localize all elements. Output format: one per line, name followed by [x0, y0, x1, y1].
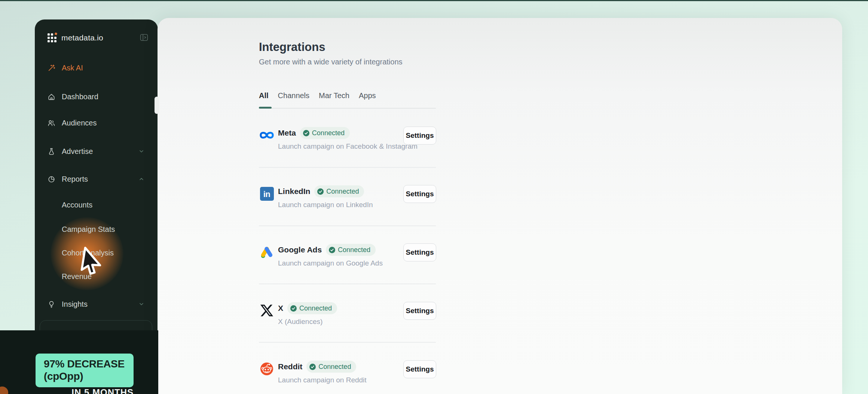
settings-button[interactable]: Settings	[403, 185, 436, 203]
sidebar-item-campaign-stats[interactable]: Campaign Stats	[35, 221, 158, 237]
check-circle-icon	[317, 188, 324, 195]
users-icon	[48, 119, 55, 127]
integration-description: Launch campaign on LinkedIn	[278, 201, 373, 209]
integration-name: Reddit	[278, 362, 302, 371]
sidebar-item-advertise[interactable]: Advertise	[35, 143, 158, 160]
wand-icon	[48, 64, 55, 72]
tab-all[interactable]: All	[259, 91, 269, 100]
home-icon	[48, 93, 55, 101]
tab-apps[interactable]: Apps	[359, 91, 376, 100]
status-label: Connected	[299, 304, 332, 312]
integration-name-row: Meta Connected	[278, 127, 350, 139]
settings-button[interactable]: Settings	[403, 243, 436, 261]
integration-description: Launch campaign on Facebook & Instagram	[278, 142, 418, 151]
settings-button[interactable]: Settings	[403, 127, 436, 145]
status-label: Connected	[318, 363, 351, 371]
cursor-pointer	[76, 246, 107, 277]
chevron-down-icon	[138, 148, 144, 154]
grid-logo-icon	[48, 33, 56, 42]
integration-name: LinkedIn	[278, 187, 310, 196]
app-logo-text: metadata.io	[61, 33, 103, 42]
check-circle-icon	[309, 364, 316, 370]
sidebar-item-accounts[interactable]: Accounts	[35, 197, 158, 213]
sidebar-item-label: Ask AI	[62, 64, 83, 72]
integration-name-row: Reddit Connected	[278, 360, 356, 373]
sidebar-item-reports[interactable]: Reports	[35, 171, 158, 187]
status-badge: Connected	[306, 361, 356, 373]
row-divider	[259, 225, 436, 226]
status-label: Connected	[338, 246, 370, 254]
integration-description: X (Audiences)	[278, 318, 323, 326]
sidebar-item-label: Dashboard	[62, 93, 98, 101]
integration-name-row: X Connected	[278, 302, 337, 315]
integration-row-google-ads: Google Ads Connected Launch campaign on …	[259, 243, 436, 279]
google-ads-logo	[259, 244, 275, 260]
row-divider	[259, 342, 436, 343]
status-badge: Connected	[287, 302, 337, 314]
panel-handle[interactable]	[155, 97, 159, 114]
sidebar-item-label: Campaign Stats	[62, 225, 115, 234]
sidebar-item-audiences[interactable]: Audiences	[35, 115, 158, 131]
sidebar-item-label: Insights	[62, 300, 88, 309]
integration-row-meta: Meta Connected Launch campaign on Facebo…	[259, 127, 436, 163]
settings-button[interactable]: Settings	[403, 302, 436, 320]
sidebar-item-dashboard[interactable]: Dashboard	[35, 88, 158, 105]
sidebar-item-label: Advertise	[62, 147, 93, 156]
status-badge: Connected	[314, 185, 364, 197]
sidebar-item-label: Accounts	[62, 201, 92, 209]
flask-icon	[48, 148, 55, 155]
meta-logo	[259, 127, 275, 143]
row-divider	[259, 167, 436, 168]
sidebar-item-label: Audiences	[62, 119, 97, 127]
logo-row: metadata.io	[48, 32, 148, 43]
sidebar-item-insights[interactable]: Insights	[35, 296, 158, 312]
check-circle-icon	[303, 130, 309, 136]
status-label: Connected	[326, 188, 359, 196]
sidebar-item-ask-ai[interactable]: Ask AI	[35, 60, 158, 76]
integration-description: Launch campaign on Google Ads	[278, 259, 383, 267]
integration-name: Meta	[278, 128, 296, 137]
x-logo	[259, 303, 275, 318]
tab-underline-track	[259, 108, 436, 109]
tab-channels[interactable]: Channels	[278, 91, 310, 100]
integration-name-row: LinkedIn Connected	[278, 185, 364, 198]
tab-bar: All Channels Mar Tech Apps	[259, 91, 376, 100]
settings-button[interactable]: Settings	[403, 360, 436, 378]
sidebar-item-label: Reports	[62, 175, 88, 184]
integration-name: Google Ads	[278, 245, 322, 254]
promo-stat-line2: (cpOpp)	[44, 370, 130, 382]
integration-row-linkedin: in LinkedIn Connected Launch campaign on…	[259, 185, 436, 221]
status-badge: Connected	[326, 244, 376, 256]
integration-name-row: Google Ads Connected	[278, 243, 376, 256]
check-circle-icon	[290, 305, 297, 312]
integration-row-reddit: Reddit Connected Launch campaign on Redd…	[259, 360, 436, 394]
status-badge: Connected	[300, 127, 350, 139]
page-title: Integrations	[259, 40, 325, 54]
panel-collapse-icon[interactable]	[140, 33, 148, 42]
promo-caption: IN 5 MONTHS	[36, 387, 134, 394]
promo-stat-line1: 97% DECREASE	[44, 358, 130, 370]
linkedin-logo: in	[259, 186, 275, 201]
chevron-down-icon	[138, 301, 144, 307]
promo-logo-fragment	[0, 387, 8, 394]
page-subtitle: Get more with a wide variety of integrat…	[259, 58, 403, 66]
promo-stat-badge: 97% DECREASE (cpOpp)	[36, 354, 134, 387]
reddit-logo	[259, 361, 275, 377]
status-label: Connected	[312, 129, 345, 137]
pie-chart-icon	[48, 175, 55, 183]
lightbulb-icon	[48, 300, 55, 308]
tab-active-indicator	[259, 107, 272, 109]
promo-overlay: 97% DECREASE (cpOpp) IN 5 MONTHS	[0, 330, 158, 394]
integration-name: X	[278, 304, 283, 313]
integration-row-x: X Connected X (Audiences) Settings	[259, 302, 436, 338]
app-root: metadata.io Ask AI Dashboard	[0, 0, 868, 394]
chevron-up-icon	[138, 176, 144, 182]
check-circle-icon	[329, 247, 335, 253]
tab-mar-tech[interactable]: Mar Tech	[319, 91, 349, 100]
top-edge-line	[0, 0, 868, 1]
row-divider	[259, 284, 436, 284]
integration-description: Launch campaign on Reddit	[278, 376, 367, 384]
